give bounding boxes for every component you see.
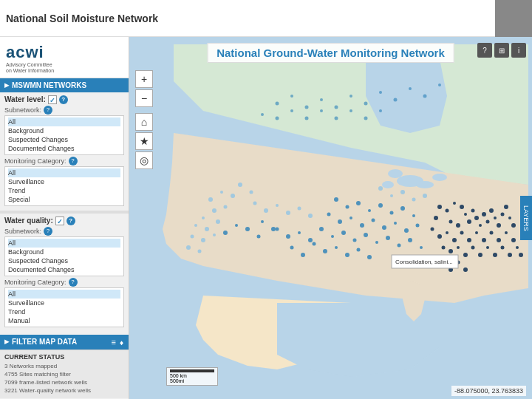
svg-point-36 (497, 238, 501, 242)
layers-sidebar-btn[interactable]: LAYERS (520, 196, 532, 240)
monitoring-label: Monitoring Category: ? (4, 157, 124, 166)
wq-subnetwork-documented[interactable]: Documented Changes (8, 265, 120, 274)
svg-point-133 (335, 106, 338, 109)
svg-point-102 (238, 183, 242, 187)
svg-point-135 (364, 102, 368, 106)
svg-point-119 (191, 235, 194, 239)
acwi-logo-text: acwi (6, 43, 123, 62)
zoom-out-btn[interactable]: − (135, 89, 153, 107)
wq-subnetwork-suspected[interactable]: Suspected Changes (8, 256, 120, 265)
monitoring-info[interactable]: ? (69, 157, 78, 166)
svg-point-76 (341, 231, 346, 235)
gray-tab (495, 0, 532, 37)
svg-point-2 (388, 169, 403, 178)
svg-point-97 (271, 227, 276, 231)
networks-header[interactable]: ▶ MSWMN NETWORKS (0, 78, 129, 92)
svg-point-144 (305, 117, 309, 120)
svg-point-73 (416, 224, 420, 228)
water-quality-section: Water quality: ✓ ? Subnetwork: ? All Bac… (0, 214, 129, 332)
svg-point-134 (349, 95, 352, 98)
water-quality-checkbox[interactable]: ✓ (55, 216, 64, 225)
svg-point-132 (320, 98, 323, 101)
svg-point-3 (416, 181, 434, 188)
svg-point-115 (298, 207, 301, 211)
wq-monitoring-surveillance[interactable]: Surveillance (8, 299, 120, 307)
wq-monitoring-all[interactable]: All (8, 290, 120, 299)
monitoring-special[interactable]: Special (8, 195, 120, 204)
filter-funnel-icon: ⬧ (119, 338, 124, 347)
svg-point-68 (360, 223, 364, 228)
info-btn[interactable]: i (511, 43, 526, 58)
monitoring-all[interactable]: All (8, 168, 120, 177)
title-suffix: Monitoring Network (338, 47, 445, 59)
svg-point-15 (471, 209, 475, 213)
svg-point-10 (460, 205, 464, 209)
svg-point-47 (501, 246, 505, 250)
star-btn[interactable]: ★ (135, 132, 153, 150)
wq-subnetwork-background[interactable]: Background (8, 248, 120, 256)
svg-point-66 (338, 219, 342, 224)
scale-labels: 500 km (170, 373, 214, 378)
svg-point-101 (223, 231, 228, 235)
svg-point-127 (412, 198, 416, 202)
monitoring-trend[interactable]: Trend (8, 186, 120, 195)
subnetwork-background[interactable]: Background (8, 126, 120, 135)
subnetwork-suspected[interactable]: Suspected Changes (8, 135, 120, 144)
locate-btn[interactable]: ◎ (135, 151, 153, 169)
status-item-4: 3221 Water-quality network wells (4, 386, 124, 395)
acwi-sub-line2: on Water Information (6, 68, 123, 74)
subnetwork-info[interactable]: ? (44, 106, 52, 115)
subnetwork-documented[interactable]: Documented Changes (8, 144, 120, 153)
svg-point-37 (505, 231, 508, 234)
svg-point-48 (508, 253, 512, 257)
svg-point-87 (345, 253, 349, 257)
svg-point-148 (364, 117, 368, 120)
filter-map-data-btn[interactable]: ▶ FILTER MAP DATA ≡ ⬧ (0, 335, 129, 349)
zoom-in-btn[interactable]: + (135, 70, 153, 88)
svg-point-72 (404, 228, 409, 233)
title-highlight: Ground-Water (264, 47, 338, 59)
svg-point-130 (290, 95, 293, 98)
svg-point-43 (471, 246, 475, 250)
water-level-info[interactable]: ? (59, 95, 68, 104)
svg-point-63 (400, 206, 405, 211)
svg-point-13 (464, 213, 467, 216)
wq-monitoring-info[interactable]: ? (69, 278, 78, 287)
water-quality-info[interactable]: ? (66, 216, 75, 225)
scale-bottom: 500mi (170, 378, 184, 383)
svg-point-94 (290, 246, 294, 250)
svg-point-91 (286, 234, 290, 239)
status-item-3: 7099 frame-listed network wells (4, 378, 124, 386)
subnetwork-list: All Background Suspected Changes Documen… (4, 115, 124, 155)
svg-point-29 (446, 231, 449, 234)
water-level-checkbox[interactable]: ✓ (48, 95, 57, 104)
svg-point-145 (320, 109, 323, 112)
wq-monitoring-trend[interactable]: Trend (8, 307, 120, 316)
map-container[interactable]: Consolidation, salini... National Ground… (129, 37, 532, 399)
top-right-controls: ? ⊞ i (477, 43, 526, 58)
networks-arrow: ▶ (4, 82, 9, 89)
monitoring-surveillance[interactable]: Surveillance (8, 177, 120, 186)
svg-point-44 (478, 253, 482, 257)
svg-point-120 (201, 238, 205, 242)
grid-btn[interactable]: ⊞ (494, 43, 509, 58)
layers-label: LAYERS (522, 205, 530, 231)
wq-subnetwork-all[interactable]: All (8, 239, 120, 248)
water-level-label: Water level: ✓ ? (4, 95, 124, 104)
networks-label: MSWMN NETWORKS (12, 81, 86, 89)
svg-point-140 (438, 83, 441, 86)
svg-point-5 (382, 181, 394, 188)
svg-point-67 (349, 216, 352, 219)
sidebar: acwi Advisory Committee on Water Informa… (0, 37, 129, 399)
wq-monitoring-manual[interactable]: Manual (8, 316, 120, 325)
svg-point-77 (353, 239, 357, 242)
home-btn[interactable]: ⌂ (135, 113, 153, 131)
map-title: National Ground-Water Monitoring Network (207, 43, 454, 63)
svg-point-106 (208, 197, 213, 202)
wq-subnetwork-info[interactable]: ? (44, 227, 52, 236)
svg-point-75 (331, 235, 334, 238)
help-btn[interactable]: ? (477, 43, 492, 58)
svg-point-114 (286, 211, 290, 215)
status-header: CURRENT STATUS (4, 353, 124, 361)
subnetwork-all[interactable]: All (8, 117, 120, 126)
